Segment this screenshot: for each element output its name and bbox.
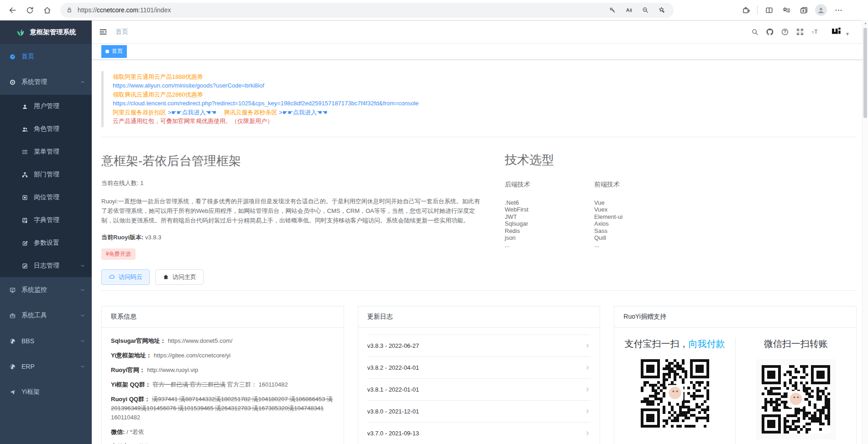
sidebar-item-home[interactable]: 首页 <box>0 44 92 69</box>
scrollbar-up-arrow[interactable]: ▲ <box>864 21 867 25</box>
sidebar-item-user-management[interactable]: 用户管理 <box>0 95 92 118</box>
contact-row: Ruoyi QQ群：满937441 满887144332满180251782 满… <box>111 395 335 422</box>
intro-description: Ruoyi:一直想做一款后台管理系统，看了很多优秀的开源项目但是发现没有合适自己… <box>101 196 485 225</box>
contact-card-title: 联系信息 <box>102 306 344 328</box>
scrollbar-thumb[interactable] <box>863 28 867 118</box>
browser-refresh-button[interactable] <box>22 2 37 18</box>
sidebar-item-yi-framework[interactable]: Yi框架 <box>0 379 92 405</box>
favorites-icon[interactable] <box>779 2 794 18</box>
chevron-right-icon <box>585 365 591 371</box>
browser-home-button[interactable] <box>39 2 55 18</box>
breadcrumb[interactable]: 首页 <box>115 28 128 36</box>
main-content: 领取阿里云通用云产品1888优惠券 https://www.aliyun.com… <box>92 60 863 444</box>
sidebar: 意框架管理系统 首页 系统管理 用户管理 角色管理 菜单管理 部门管理 岗位管理… <box>0 21 92 444</box>
sidebar-item-erp[interactable]: ERP <box>0 354 92 379</box>
sidebar-item-menu-management[interactable]: 菜单管理 <box>0 140 92 163</box>
screen: https://ccnetcore.com:1101/index 意框 <box>0 0 868 444</box>
cloud-icon <box>109 274 115 280</box>
wechat-title: 微信扫一扫转账 <box>736 338 856 350</box>
wechat-donate-half: 微信扫一扫转账 <box>736 338 856 444</box>
version-value: v3.8.3 <box>145 234 161 241</box>
chevron-right-icon <box>585 387 591 392</box>
sidebar-item-role-management[interactable]: 角色管理 <box>0 118 92 140</box>
tab-home[interactable]: 首页 <box>101 45 127 58</box>
fullscreen-icon[interactable] <box>796 28 804 36</box>
globe-icon <box>9 338 16 345</box>
notice-aliyun-link[interactable]: https://www.aliyun.com/minisite/goods?us… <box>113 81 847 90</box>
globe-icon <box>9 363 16 370</box>
sidebar-item-log-management[interactable]: 日志管理 <box>0 254 92 277</box>
sidebar-item-post-management[interactable]: 岗位管理 <box>0 186 92 209</box>
font-size-icon[interactable] <box>811 28 819 36</box>
notice-tencent-coupon-text: 领取腾讯云通用云产品2860优惠券 <box>113 90 847 99</box>
chevron-right-icon <box>585 343 591 349</box>
pay-me-link[interactable]: 向我付款 <box>689 339 725 349</box>
intro-section: 意框架-若依后台管理框架 当前在线人数: 1 Ruoyi:一直想做一款后台管理系… <box>101 145 485 285</box>
wechat-qr-code <box>756 359 836 439</box>
page-scrollbar[interactable]: ▲ <box>862 20 868 444</box>
browser-menu-icon[interactable] <box>831 2 846 18</box>
notice-blockquote: 领取阿里云通用云产品1888优惠券 https://www.aliyun.com… <box>101 71 857 127</box>
url-text[interactable]: https://ccnetcore.com:1101/index <box>78 6 171 14</box>
browser-back-button[interactable] <box>5 2 20 18</box>
frontend-label: 前端技术 <box>594 181 684 189</box>
edit-icon <box>21 240 28 247</box>
address-bar[interactable]: https://ccnetcore.com:1101/index <box>60 3 674 18</box>
browser-profile-avatar[interactable] <box>813 2 829 18</box>
chevron-up-icon <box>80 79 85 85</box>
monitor-icon <box>9 287 16 294</box>
help-icon[interactable] <box>781 28 789 36</box>
site-lock-icon[interactable] <box>66 6 73 14</box>
chevron-down-icon <box>80 287 85 293</box>
app-title: 意框架管理系统 <box>30 28 76 36</box>
tencent-enter-link[interactable]: >☛☛点我进入☚☚ <box>279 109 327 116</box>
contact-row: Sqlsugar官网地址：https://www.donet5.com/ <box>111 336 335 346</box>
user-avatar-logo[interactable] <box>831 26 842 37</box>
add-favorite-icon[interactable] <box>655 4 668 16</box>
toolbox-icon <box>9 312 16 319</box>
visit-gitee-button[interactable]: 访问码云 <box>101 269 150 285</box>
online-count: 1 <box>140 180 143 186</box>
changelog-item[interactable]: v3.8.3 - 2022-06-27 <box>367 335 591 357</box>
sidebar-item-param-settings[interactable]: 参数设置 <box>0 232 92 254</box>
extensions-icon[interactable] <box>738 2 753 18</box>
sidebar-item-system-monitor[interactable]: 系统监控 <box>0 277 92 303</box>
contact-row: Yi框架 QQ群：官方一群已满 官方二群已满 官方三群： 160110482 <box>111 380 335 389</box>
avatar-dropdown-caret[interactable]: ▼ <box>845 31 850 36</box>
notice-server-deals-line: 阿里云服务器折扣区 >☛☛点我进入☚☚ 腾讯云服务器秒杀区 >☛☛点我进入☚☚ <box>113 108 847 117</box>
github-icon[interactable] <box>766 28 774 36</box>
aliyun-enter-link[interactable]: >☛☛点我进入☚☚ <box>168 109 216 116</box>
changelog-item[interactable]: v3.7.0 - 2021-09-13 <box>367 423 591 444</box>
toolbar-divider <box>757 5 758 15</box>
sidebar-item-bbs[interactable]: BBS <box>0 328 92 354</box>
section-divider <box>101 290 857 291</box>
changelog-item[interactable]: v3.8.1 - 2022-01-01 <box>367 379 591 401</box>
sidebar-item-dict-management[interactable]: 字典管理 <box>0 209 92 232</box>
read-aloud-icon[interactable] <box>622 4 635 16</box>
notice-panel: 领取阿里云通用云产品1888优惠券 https://www.aliyun.com… <box>101 71 857 137</box>
changelog-item[interactable]: v3.8.0 - 2021-12-01 <box>367 401 591 423</box>
qr-center-avatar <box>666 385 683 402</box>
log-icon <box>21 263 28 269</box>
bing-chat-icon[interactable] <box>848 2 863 18</box>
zoom-out-icon[interactable] <box>639 4 652 16</box>
sidebar-item-system-tools[interactable]: 系统工具 <box>0 303 92 328</box>
sidebar-item-dept-management[interactable]: 部门管理 <box>0 163 92 186</box>
visit-homepage-button[interactable]: 访问主页 <box>155 269 204 285</box>
sidebar-item-system-management[interactable]: 系统管理 <box>0 69 92 95</box>
search-icon[interactable] <box>751 28 759 36</box>
top-navbar: 首页 ▼ <box>92 21 863 44</box>
contact-row: 微信:/ *若依 <box>111 428 335 437</box>
changelog-item[interactable]: v3.8.2 - 2022-04-01 <box>367 357 591 379</box>
users-icon <box>21 126 28 133</box>
notice-tencent-link[interactable]: https://cloud.tencent.com/redirect.php?r… <box>113 99 847 108</box>
sidebar-toggle-icon[interactable] <box>99 27 108 36</box>
split-screen-icon[interactable] <box>761 2 777 18</box>
post-badge-icon <box>21 194 28 201</box>
password-key-icon[interactable] <box>606 4 619 16</box>
chevron-down-icon <box>80 263 85 268</box>
collections-icon[interactable] <box>796 2 811 18</box>
gear-icon <box>9 79 16 86</box>
tab-active-dot <box>105 50 109 53</box>
online-count-line: 当前在线人数: 1 <box>101 179 485 187</box>
